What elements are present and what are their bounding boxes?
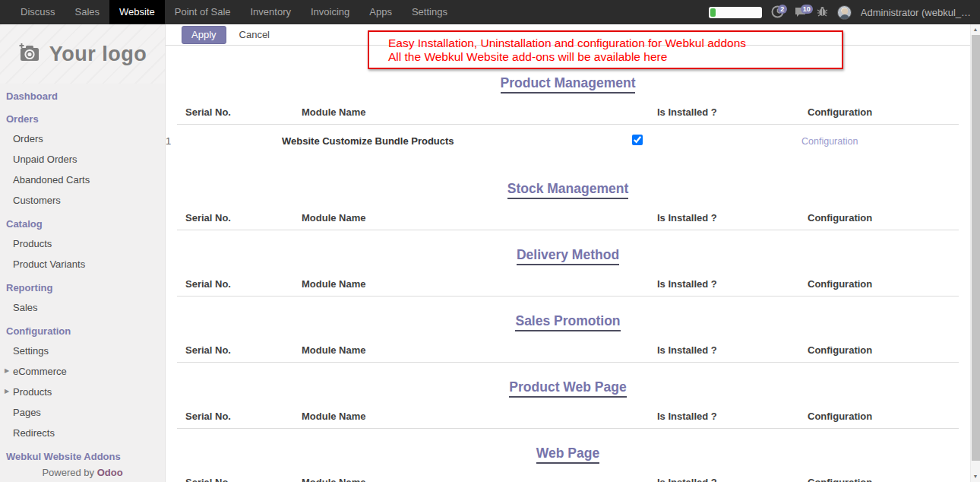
table-header-row: Serial No.Module NameIs Installed ?Confi… — [166, 411, 970, 422]
column-header-module-name: Module Name — [302, 106, 657, 118]
logo-text: Your logo — [49, 43, 147, 66]
sidebar-item-abandoned-carts[interactable]: Abandoned Carts — [0, 170, 165, 190]
avatar[interactable] — [837, 5, 852, 20]
activities-button[interactable]: 2 — [771, 5, 785, 19]
app-window: DiscussSalesWebsitePoint of SaleInventor… — [0, 0, 980, 482]
nav-item-inventory[interactable]: Inventory — [241, 0, 301, 24]
column-header-configuration: Configuration — [808, 411, 970, 422]
nav-item-website[interactable]: Website — [109, 0, 165, 24]
top-nav: DiscussSalesWebsitePoint of SaleInventor… — [0, 0, 980, 24]
sidebar-item-settings[interactable]: Settings — [0, 341, 165, 361]
serial-cell: 1 — [166, 135, 282, 147]
nav-item-invoicing[interactable]: Invoicing — [301, 0, 359, 24]
sidebar-item-label: Sales — [13, 302, 38, 313]
debug-button[interactable] — [817, 5, 828, 20]
scrollbar-thumb[interactable] — [972, 35, 980, 461]
table-header-row: Serial No.Module NameIs Installed ?Confi… — [166, 106, 970, 118]
module-section-stock-management: Stock ManagementSerial No.Module NameIs … — [166, 181, 970, 230]
column-header-module-name: Module Name — [302, 411, 657, 422]
chevron-right-icon: ▶ — [5, 367, 9, 374]
column-header-module-name: Module Name — [302, 212, 657, 224]
table-row: 1Website Customize Bundle ProductsConfig… — [166, 125, 970, 164]
module-section-product-management: Product ManagementSerial No.Module NameI… — [166, 75, 970, 164]
header-divider — [177, 362, 959, 363]
messages-button[interactable]: 10 — [794, 5, 808, 19]
column-header-is-installed: Is Installed ? — [657, 344, 808, 356]
top-nav-right: 2 10 Administrator (webkul_… — [709, 0, 980, 24]
annotation-line2: All the Webkul Website add-ons will be a… — [388, 50, 842, 64]
column-header-serial-no: Serial No. — [185, 477, 302, 482]
scroll-down-arrow-icon[interactable]: ▼ — [971, 471, 980, 482]
section-title-row: Delivery Method — [166, 247, 970, 265]
sidebar-item-customers[interactable]: Customers — [0, 190, 165, 211]
main-panel: Apply Cancel Easy Installation, Uninstal… — [166, 24, 970, 482]
sidebar-item-products[interactable]: Products — [0, 233, 165, 254]
sidebar-item-pages[interactable]: Pages — [0, 402, 165, 423]
column-header-serial-no: Serial No. — [185, 278, 302, 290]
bug-icon — [817, 8, 828, 20]
sidebar-item-label: Orders — [13, 133, 43, 144]
column-header-module-name: Module Name — [302, 278, 657, 290]
apply-button[interactable]: Apply — [182, 26, 226, 44]
timer-pill[interactable] — [709, 7, 762, 18]
module-section-web-page: Web PageSerial No.Module NameIs Installe… — [166, 446, 970, 482]
table-header-row: Serial No.Module NameIs Installed ?Confi… — [166, 344, 970, 356]
column-header-is-installed: Is Installed ? — [657, 278, 808, 290]
column-header-serial-no: Serial No. — [185, 344, 302, 356]
sidebar-section-catalog[interactable]: Catalog — [0, 214, 165, 233]
column-header-is-installed: Is Installed ? — [657, 212, 808, 224]
column-header-configuration: Configuration — [808, 344, 970, 356]
vertical-scrollbar[interactable]: ▲ ▼ — [970, 24, 980, 482]
installed-checkbox[interactable] — [632, 135, 643, 145]
sidebar-item-label: Pages — [13, 407, 41, 418]
sidebar-item-ecommerce[interactable]: ▶eCommerce — [0, 361, 165, 382]
sidebar-item-unpaid-orders[interactable]: Unpaid Orders — [0, 149, 165, 170]
table-header-row: Serial No.Module NameIs Installed ?Confi… — [166, 477, 970, 482]
scroll-up-arrow-icon[interactable]: ▲ — [971, 24, 980, 35]
nav-item-discuss[interactable]: Discuss — [11, 0, 65, 24]
configuration-link[interactable]: Configuration — [788, 136, 858, 147]
module-section-product-web-page: Product Web PageSerial No.Module NameIs … — [166, 379, 970, 429]
column-header-serial-no: Serial No. — [185, 411, 302, 422]
table-header-row: Serial No.Module NameIs Installed ?Confi… — [166, 278, 970, 290]
nav-item-settings[interactable]: Settings — [402, 0, 457, 24]
column-header-configuration: Configuration — [808, 106, 970, 118]
sidebar-item-label: Settings — [13, 345, 49, 357]
sidebar-item-sales[interactable]: Sales — [0, 297, 165, 318]
section-title-row: Stock Management — [166, 181, 970, 199]
section-title-row: Product Web Page — [166, 379, 970, 398]
sidebar-section-reporting[interactable]: Reporting — [0, 278, 165, 297]
column-header-is-installed: Is Installed ? — [657, 411, 808, 422]
header-divider — [177, 230, 959, 230]
section-title-row: Web Page — [166, 446, 970, 464]
header-divider — [177, 296, 959, 296]
section-title-row: Product Management — [166, 75, 970, 94]
logo-area[interactable]: Your logo — [0, 24, 165, 84]
nav-item-apps[interactable]: Apps — [359, 0, 402, 24]
section-title: Web Page — [536, 446, 599, 464]
sidebar-menu: DashboardOrdersOrdersUnpaid OrdersAbando… — [0, 84, 165, 466]
sidebar-item-redirects[interactable]: Redirects — [0, 423, 165, 443]
odoo-brand-link[interactable]: Odoo — [97, 467, 123, 478]
configuration-cell: Configuration — [788, 135, 970, 147]
sidebar-item-orders[interactable]: Orders — [0, 128, 165, 149]
nav-item-sales[interactable]: Sales — [65, 0, 110, 24]
column-header-is-installed: Is Installed ? — [657, 477, 808, 482]
sidebar-section-dashboard[interactable]: Dashboard — [0, 87, 165, 106]
table-header-row: Serial No.Module NameIs Installed ?Confi… — [166, 212, 970, 224]
section-title: Product Web Page — [509, 379, 626, 398]
column-header-serial-no: Serial No. — [185, 106, 302, 118]
sidebar-item-products[interactable]: ▶Products — [0, 382, 165, 402]
cancel-button[interactable]: Cancel — [239, 29, 270, 40]
sidebar-section-webkul-website-addons[interactable]: Webkul Website Addons — [0, 447, 165, 466]
sidebar-item-product-variants[interactable]: Product Variants — [0, 254, 165, 274]
nav-item-point-of-sale[interactable]: Point of Sale — [165, 0, 241, 24]
sidebar-item-label: Redirects — [13, 427, 55, 439]
column-header-module-name: Module Name — [302, 344, 657, 356]
sidebar-section-orders[interactable]: Orders — [0, 109, 165, 128]
sidebar-item-label: Unpaid Orders — [13, 154, 77, 165]
column-header-serial-no: Serial No. — [185, 212, 302, 224]
column-header-configuration: Configuration — [808, 212, 970, 224]
user-menu[interactable]: Administrator (webkul_… — [861, 7, 971, 18]
sidebar-section-configuration[interactable]: Configuration — [0, 322, 165, 341]
